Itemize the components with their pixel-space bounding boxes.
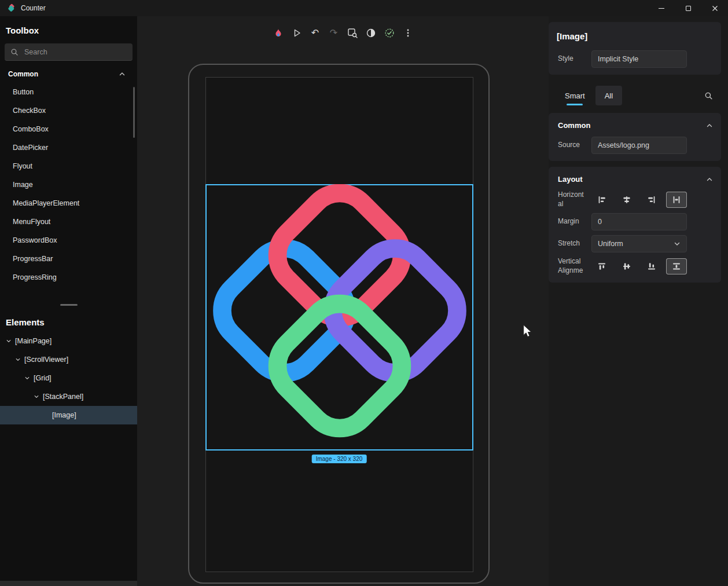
maximize-button[interactable] xyxy=(675,0,701,16)
inspect-button[interactable] xyxy=(345,25,360,41)
elements-panel: Elements [MainPage] [ScrollViewer] [Grid… xyxy=(0,308,137,424)
toolbox-list: Button CheckBox ComboBox DatePicker Flyo… xyxy=(0,83,137,287)
h-align-right-button[interactable] xyxy=(641,192,662,208)
close-button[interactable] xyxy=(701,0,728,16)
chevron-up-icon[interactable] xyxy=(119,71,126,78)
toolbox-panel: Toolbox Common Button CheckBox ComboBox … xyxy=(0,16,137,301)
toolbox-section-common[interactable]: Common xyxy=(0,61,137,83)
toolbox-item-passwordbox[interactable]: PasswordBox xyxy=(0,231,137,250)
tab-active-indicator xyxy=(567,104,583,105)
section-common-header[interactable]: Common xyxy=(549,115,721,132)
style-input[interactable] xyxy=(591,50,687,68)
toolbox-item-progressbar[interactable]: ProgressBar xyxy=(0,250,137,268)
tree-item-grid[interactable]: [Grid] xyxy=(0,369,137,387)
vertical-alignment-label: Vertical Alignment xyxy=(558,257,586,276)
h-align-stretch-button[interactable] xyxy=(666,192,687,208)
align-bottom-icon xyxy=(647,262,656,271)
h-align-left-button[interactable] xyxy=(591,192,612,208)
tree-item-scrollviewer[interactable]: [ScrollViewer] xyxy=(0,350,137,369)
source-label: Source xyxy=(558,141,586,150)
chevron-down-icon[interactable] xyxy=(34,394,39,400)
margin-input[interactable] xyxy=(591,213,687,230)
v-align-top-button[interactable] xyxy=(591,258,612,274)
toolbox-item-menuflyout[interactable]: MenuFlyout xyxy=(0,213,137,231)
align-top-icon xyxy=(597,262,606,271)
app-logo-icon xyxy=(7,3,16,13)
selected-element-card: [Image] Style xyxy=(549,22,721,75)
theme-toggle-icon xyxy=(365,27,377,39)
toolbox-item-mediaplayerelement[interactable]: MediaPlayerElement xyxy=(0,194,137,213)
v-align-bottom-button[interactable] xyxy=(641,258,662,274)
style-label: Style xyxy=(558,54,586,64)
toolbox-item-progressring[interactable]: ProgressRing xyxy=(0,268,137,287)
toolbox-item-datepicker[interactable]: DatePicker xyxy=(0,138,137,157)
redo-icon: ↷ xyxy=(330,28,337,38)
tree-item-image[interactable]: [Image] xyxy=(0,406,137,424)
left-sidebar: Toolbox Common Button CheckBox ComboBox … xyxy=(0,16,137,586)
more-button[interactable] xyxy=(400,25,416,41)
toolbox-searchbox[interactable] xyxy=(5,43,133,61)
chevron-up-icon[interactable] xyxy=(706,122,713,129)
design-canvas[interactable]: ↶ ↷ xyxy=(137,16,549,586)
v-align-stretch-button[interactable] xyxy=(666,258,687,274)
v-align-center-button[interactable] xyxy=(616,258,637,274)
properties-search-button[interactable] xyxy=(704,91,713,100)
elements-tree: [MainPage] [ScrollViewer] [Grid] [StackP… xyxy=(0,332,137,424)
sidebar-horizontal-scrollbar[interactable] xyxy=(0,581,137,586)
stretch-select[interactable]: Uniform xyxy=(591,235,687,252)
splitter-grip-icon xyxy=(60,304,78,306)
horizontal-alignment-group xyxy=(591,192,687,208)
panel-splitter[interactable] xyxy=(0,301,137,308)
undo-button[interactable]: ↶ xyxy=(308,25,323,41)
toolbox-title: Toolbox xyxy=(0,16,137,40)
elements-title: Elements xyxy=(0,308,137,332)
toolbox-item-checkbox[interactable]: CheckBox xyxy=(0,101,137,120)
tree-item-label: [MainPage] xyxy=(15,337,52,345)
play-button[interactable] xyxy=(289,25,304,41)
play-icon xyxy=(291,27,303,39)
tab-smart-label: Smart xyxy=(565,91,585,100)
section-layout-header[interactable]: Layout xyxy=(549,169,721,186)
align-stretch-horizontal-icon xyxy=(672,195,681,204)
toolbox-item-button[interactable]: Button xyxy=(0,83,137,101)
properties-panel: [Image] Style Smart All Common Source xyxy=(549,16,728,586)
tab-smart[interactable]: Smart xyxy=(556,86,594,105)
align-stretch-vertical-icon xyxy=(672,262,681,271)
tree-item-mainpage[interactable]: [MainPage] xyxy=(0,332,137,350)
source-input[interactable] xyxy=(591,137,687,154)
toolbox-scrollbar[interactable] xyxy=(133,87,135,138)
chevron-down-icon[interactable] xyxy=(24,375,30,381)
chevron-down-icon[interactable] xyxy=(15,357,21,362)
flame-icon xyxy=(273,27,284,39)
theme-toggle-button[interactable] xyxy=(363,25,378,41)
section-layout: Layout Horizontal Margin xyxy=(549,167,721,283)
tree-item-stackpanel[interactable]: [StackPanel] xyxy=(0,387,137,406)
minimize-icon xyxy=(659,8,664,9)
validate-button[interactable] xyxy=(382,25,397,41)
stretch-value: Uniform xyxy=(598,240,623,248)
redo-button[interactable]: ↷ xyxy=(326,25,341,41)
tab-all[interactable]: All xyxy=(595,86,622,105)
align-center-icon xyxy=(622,195,631,204)
align-right-icon xyxy=(647,195,656,204)
check-badge-icon xyxy=(384,27,395,39)
undo-icon: ↶ xyxy=(311,28,319,38)
h-align-center-button[interactable] xyxy=(616,192,637,208)
horizontal-alignment-label: Horizontal xyxy=(558,191,586,208)
selected-image-element[interactable] xyxy=(205,184,473,451)
maximize-icon xyxy=(686,6,691,11)
selection-size-badge: Image - 320 x 320 xyxy=(312,455,367,463)
tree-item-label: [StackPanel] xyxy=(43,393,83,401)
toolbox-search-input[interactable] xyxy=(23,47,127,57)
margin-label: Margin xyxy=(558,217,586,226)
chevron-down-icon[interactable] xyxy=(6,338,12,344)
tree-item-label: [Grid] xyxy=(34,374,52,382)
toolbox-item-image[interactable]: Image xyxy=(0,175,137,194)
hot-design-button[interactable] xyxy=(271,25,286,41)
search-icon xyxy=(10,48,19,56)
toolbox-item-combobox[interactable]: ComboBox xyxy=(0,120,137,138)
section-layout-title: Layout xyxy=(558,175,583,184)
minimize-button[interactable] xyxy=(648,0,675,16)
chevron-up-icon[interactable] xyxy=(706,176,713,183)
toolbox-item-flyout[interactable]: Flyout xyxy=(0,157,137,175)
